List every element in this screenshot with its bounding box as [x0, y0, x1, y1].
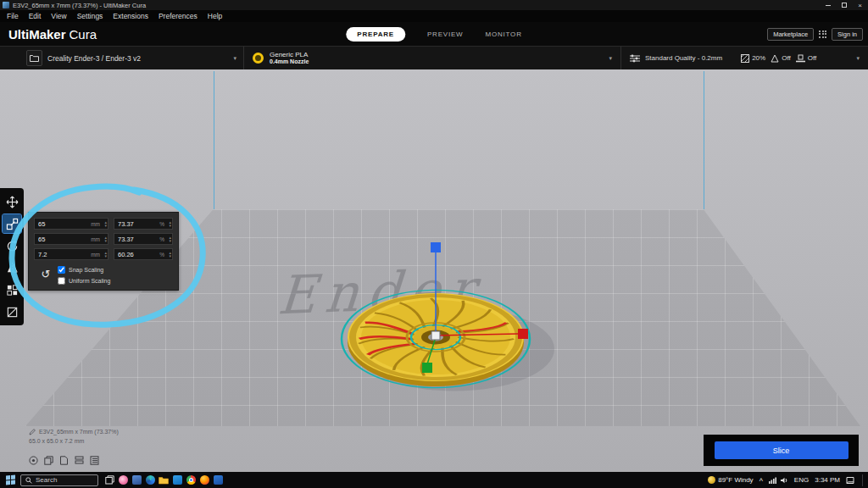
- windows-logo-icon: [6, 475, 15, 485]
- firefox-icon: [200, 475, 209, 485]
- mirror-icon: [6, 262, 19, 274]
- menu-item-settings[interactable]: Settings: [72, 12, 108, 20]
- gizmo-z-handle[interactable]: [431, 242, 441, 252]
- document-icon[interactable]: [59, 456, 69, 465]
- open-file-button[interactable]: [26, 50, 42, 66]
- clock[interactable]: 3:34 PM: [815, 476, 840, 484]
- stepper-arrows[interactable]: ▴▾: [169, 249, 171, 259]
- mail-app-button[interactable]: [211, 472, 225, 488]
- scale-z-pct-field[interactable]: % ▴▾: [114, 248, 173, 260]
- menu-item-edit[interactable]: Edit: [24, 12, 47, 20]
- marketplace-button[interactable]: Marketplace: [767, 28, 814, 41]
- support-blocker-button[interactable]: [3, 302, 21, 321]
- chevron-down-icon: ▾: [609, 55, 612, 62]
- per-model-settings-icon: [6, 284, 19, 297]
- store-app-button[interactable]: [170, 472, 184, 488]
- maximize-button[interactable]: [836, 0, 852, 10]
- scale-y-pct-input[interactable]: [114, 236, 159, 243]
- volume-icon[interactable]: [781, 477, 788, 484]
- chrome-browser-button[interactable]: [184, 472, 198, 488]
- list-icon[interactable]: [90, 456, 99, 465]
- scale-z-pct-input[interactable]: [114, 251, 159, 258]
- 3d-viewport[interactable]: Ender: [0, 69, 868, 472]
- scale-z-mm-input[interactable]: [35, 251, 91, 258]
- menu-item-help[interactable]: Help: [203, 12, 227, 20]
- uniform-scaling-checkbox[interactable]: [58, 277, 65, 285]
- people-app-button[interactable]: [130, 472, 143, 488]
- scale-y-mm-field[interactable]: mm ▴▾: [34, 233, 108, 245]
- per-model-settings-button[interactable]: [3, 280, 21, 299]
- window-titlebar[interactable]: E3V2_65mm x 7mm (73.37%) - UltiMaker Cur…: [0, 0, 868, 10]
- reset-scale-button[interactable]: ↺: [34, 264, 58, 285]
- sign-in-button[interactable]: Sign in: [832, 28, 863, 41]
- minimize-button[interactable]: [820, 0, 836, 10]
- scale-y-mm-input[interactable]: [35, 236, 91, 243]
- photos-app-button[interactable]: [116, 472, 130, 488]
- stepper-arrows[interactable]: ▴▾: [169, 219, 171, 229]
- close-button[interactable]: ×: [852, 0, 868, 10]
- show-desktop-button[interactable]: [862, 474, 864, 486]
- adhesion-value: Off: [808, 54, 817, 62]
- material-spool-icon: [253, 53, 264, 64]
- chevron-down-icon: ▾: [233, 55, 236, 62]
- material-selector[interactable]: Generic PLA 0.4mm Nozzle ▾: [244, 47, 621, 69]
- tab-monitor[interactable]: MONITOR: [485, 30, 521, 38]
- menu-item-view[interactable]: View: [46, 12, 71, 20]
- people-icon: [132, 475, 142, 485]
- scale-icon: [6, 218, 19, 230]
- stage-tabs: PREPARE PREVIEW MONITOR: [346, 27, 521, 42]
- rotate-icon: [6, 240, 19, 252]
- snap-scaling-option[interactable]: Snap Scaling: [58, 266, 110, 274]
- logo-bold: UltiMaker: [8, 27, 66, 42]
- weather-widget[interactable]: 89°F Windy: [708, 476, 753, 484]
- menu-item-file[interactable]: File: [2, 12, 24, 20]
- scale-x-pct-field[interactable]: % ▴▾: [114, 218, 173, 230]
- gizmo-x-handle[interactable]: [518, 329, 528, 339]
- network-icon[interactable]: [769, 477, 776, 484]
- edge-browser-button[interactable]: [143, 472, 157, 488]
- task-view-button[interactable]: [103, 472, 116, 488]
- gizmo-center-handle[interactable]: [431, 331, 440, 340]
- menu-item-preferences[interactable]: Preferences: [153, 12, 203, 20]
- rotate-tool-button[interactable]: [3, 236, 21, 255]
- gizmo-y-handle[interactable]: [422, 363, 432, 373]
- snap-scaling-checkbox[interactable]: [58, 266, 65, 274]
- layers-icon[interactable]: [75, 456, 84, 465]
- eye-icon[interactable]: [29, 456, 38, 465]
- stepper-arrows[interactable]: ▴▾: [104, 219, 107, 229]
- support-setting: Off: [771, 54, 791, 63]
- printer-selector[interactable]: Creality Ender-3 / Ender-3 v2 ▾: [47, 54, 243, 63]
- support-icon: [771, 54, 779, 63]
- uniform-scaling-option[interactable]: Uniform Scaling: [58, 277, 110, 285]
- start-button[interactable]: [0, 472, 20, 488]
- snap-scaling-label: Snap Scaling: [69, 267, 103, 273]
- hidden-icons-button[interactable]: ^: [760, 477, 763, 485]
- move-tool-button[interactable]: [3, 192, 21, 211]
- scale-x-mm-input[interactable]: [35, 220, 91, 228]
- file-explorer-button[interactable]: [157, 472, 170, 488]
- menubar: File Edit View Settings Extensions Prefe…: [0, 10, 868, 22]
- tab-prepare[interactable]: PREPARE: [346, 27, 405, 42]
- close-icon: ×: [858, 2, 862, 9]
- menu-item-extensions[interactable]: Extensions: [108, 12, 153, 20]
- cura-logo: UltiMakerCura: [8, 27, 97, 42]
- scale-y-pct-field[interactable]: % ▴▾: [114, 233, 173, 245]
- print-settings-selector[interactable]: Standard Quality - 0.2mm 20% Off Off ▾: [621, 47, 868, 69]
- stepper-arrows[interactable]: ▴▾: [104, 249, 107, 259]
- stepper-arrows[interactable]: ▴▾: [104, 234, 107, 244]
- stepper-arrows[interactable]: ▴▾: [169, 234, 171, 244]
- copy-icon[interactable]: [44, 456, 53, 465]
- adhesion-icon: [796, 54, 805, 63]
- scale-tool-button[interactable]: [3, 214, 21, 233]
- language-indicator[interactable]: ENG: [794, 476, 809, 484]
- slice-button[interactable]: Slice: [715, 441, 849, 459]
- tab-preview[interactable]: PREVIEW: [427, 30, 464, 38]
- scale-x-pct-input[interactable]: [114, 220, 159, 228]
- scale-z-mm-field[interactable]: mm ▴▾: [34, 248, 108, 260]
- scale-x-mm-field[interactable]: mm ▴▾: [34, 218, 108, 230]
- action-center-icon[interactable]: [846, 476, 854, 485]
- firefox-browser-button[interactable]: [198, 472, 211, 488]
- apps-grid-icon[interactable]: [819, 30, 826, 38]
- taskbar-search[interactable]: Search: [20, 474, 98, 486]
- mirror-tool-button[interactable]: [3, 258, 21, 277]
